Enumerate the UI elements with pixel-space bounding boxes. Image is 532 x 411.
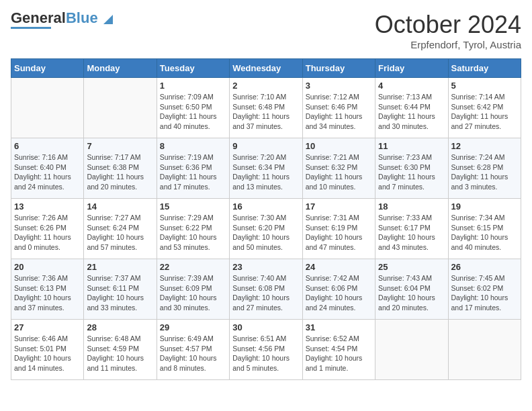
day-info: Sunrise: 7:37 AM Sunset: 6:11 PM Dayligh… <box>87 273 153 313</box>
calendar-cell: 15Sunrise: 7:29 AM Sunset: 6:22 PM Dayli… <box>157 199 229 259</box>
calendar-cell: 5Sunrise: 7:14 AM Sunset: 6:42 PM Daylig… <box>448 78 521 138</box>
calendar-cell: 30Sunrise: 6:51 AM Sunset: 4:56 PM Dayli… <box>230 320 302 380</box>
day-info: Sunrise: 7:40 AM Sunset: 6:08 PM Dayligh… <box>232 273 299 313</box>
day-info: Sunrise: 6:46 AM Sunset: 5:01 PM Dayligh… <box>14 334 81 373</box>
weekday-header: Friday <box>375 59 448 78</box>
day-info: Sunrise: 7:27 AM Sunset: 6:24 PM Dayligh… <box>87 213 153 253</box>
calendar-cell: 3Sunrise: 7:12 AM Sunset: 6:46 PM Daylig… <box>302 78 375 138</box>
calendar-cell: 19Sunrise: 7:34 AM Sunset: 6:15 PM Dayli… <box>448 199 521 259</box>
title-block: October 2024 Erpfendorf, Tyrol, Austria <box>375 11 521 50</box>
calendar-cell: 1Sunrise: 7:09 AM Sunset: 6:50 PM Daylig… <box>157 78 229 138</box>
day-info: Sunrise: 6:52 AM Sunset: 4:54 PM Dayligh… <box>306 334 372 373</box>
day-number: 28 <box>87 322 153 332</box>
day-number: 13 <box>14 201 81 212</box>
day-info: Sunrise: 7:30 AM Sunset: 6:20 PM Dayligh… <box>232 213 299 253</box>
day-info: Sunrise: 7:13 AM Sunset: 6:44 PM Dayligh… <box>378 92 445 132</box>
day-number: 18 <box>378 201 445 212</box>
day-number: 3 <box>306 81 372 91</box>
calendar-cell: 13Sunrise: 7:26 AM Sunset: 6:26 PM Dayli… <box>11 199 84 259</box>
calendar-cell <box>11 78 84 138</box>
day-number: 6 <box>14 141 81 151</box>
day-number: 17 <box>306 201 372 212</box>
logo-text: GeneralBlue <box>11 11 98 26</box>
calendar-cell: 6Sunrise: 7:16 AM Sunset: 6:40 PM Daylig… <box>11 138 84 199</box>
calendar-cell: 26Sunrise: 7:45 AM Sunset: 6:02 PM Dayli… <box>448 259 521 320</box>
calendar-body: 1Sunrise: 7:09 AM Sunset: 6:50 PM Daylig… <box>11 78 521 380</box>
day-info: Sunrise: 7:23 AM Sunset: 6:30 PM Dayligh… <box>378 152 445 192</box>
day-info: Sunrise: 7:16 AM Sunset: 6:40 PM Dayligh… <box>14 152 81 192</box>
calendar-week-row: 27Sunrise: 6:46 AM Sunset: 5:01 PM Dayli… <box>11 320 521 380</box>
calendar-cell: 18Sunrise: 7:33 AM Sunset: 6:17 PM Dayli… <box>375 199 448 259</box>
calendar-week-row: 1Sunrise: 7:09 AM Sunset: 6:50 PM Daylig… <box>11 78 521 138</box>
calendar-cell: 9Sunrise: 7:20 AM Sunset: 6:34 PM Daylig… <box>230 138 302 199</box>
day-info: Sunrise: 7:24 AM Sunset: 6:28 PM Dayligh… <box>451 152 518 192</box>
page-header: GeneralBlue October 2024 Erpfendorf, Tyr… <box>11 11 521 50</box>
day-info: Sunrise: 7:42 AM Sunset: 6:06 PM Dayligh… <box>306 273 372 313</box>
calendar-cell: 23Sunrise: 7:40 AM Sunset: 6:08 PM Dayli… <box>230 259 302 320</box>
calendar-table: SundayMondayTuesdayWednesdayThursdayFrid… <box>11 58 521 380</box>
day-number: 25 <box>378 262 445 272</box>
calendar-cell: 24Sunrise: 7:42 AM Sunset: 6:06 PM Dayli… <box>302 259 375 320</box>
day-number: 15 <box>160 201 226 212</box>
weekday-header: Wednesday <box>230 59 302 78</box>
logo-underline <box>11 27 51 29</box>
day-info: Sunrise: 7:34 AM Sunset: 6:15 PM Dayligh… <box>451 213 518 253</box>
calendar-cell: 22Sunrise: 7:39 AM Sunset: 6:09 PM Dayli… <box>157 259 229 320</box>
day-number: 23 <box>232 262 299 272</box>
weekday-row: SundayMondayTuesdayWednesdayThursdayFrid… <box>11 59 521 78</box>
day-info: Sunrise: 6:49 AM Sunset: 4:57 PM Dayligh… <box>160 334 226 373</box>
logo: GeneralBlue <box>11 11 113 29</box>
day-info: Sunrise: 7:36 AM Sunset: 6:13 PM Dayligh… <box>14 273 81 313</box>
day-info: Sunrise: 7:26 AM Sunset: 6:26 PM Dayligh… <box>14 213 81 253</box>
calendar-cell: 16Sunrise: 7:30 AM Sunset: 6:20 PM Dayli… <box>230 199 302 259</box>
calendar-cell: 27Sunrise: 6:46 AM Sunset: 5:01 PM Dayli… <box>11 320 84 380</box>
day-info: Sunrise: 7:39 AM Sunset: 6:09 PM Dayligh… <box>160 273 226 313</box>
day-number: 21 <box>87 262 153 272</box>
calendar-cell: 31Sunrise: 6:52 AM Sunset: 4:54 PM Dayli… <box>302 320 375 380</box>
calendar-cell: 21Sunrise: 7:37 AM Sunset: 6:11 PM Dayli… <box>84 259 157 320</box>
day-number: 29 <box>160 322 226 332</box>
weekday-header: Saturday <box>448 59 521 78</box>
logo-icon <box>99 12 113 26</box>
day-info: Sunrise: 7:12 AM Sunset: 6:46 PM Dayligh… <box>306 92 372 132</box>
day-number: 9 <box>232 141 299 151</box>
svg-marker-0 <box>103 15 113 24</box>
day-number: 5 <box>451 81 518 91</box>
calendar-cell: 4Sunrise: 7:13 AM Sunset: 6:44 PM Daylig… <box>375 78 448 138</box>
calendar-cell <box>84 78 157 138</box>
weekday-header: Thursday <box>302 59 375 78</box>
calendar-cell: 10Sunrise: 7:21 AM Sunset: 6:32 PM Dayli… <box>302 138 375 199</box>
day-number: 1 <box>160 81 226 91</box>
calendar-cell: 20Sunrise: 7:36 AM Sunset: 6:13 PM Dayli… <box>11 259 84 320</box>
month-title: October 2024 <box>375 11 521 39</box>
day-info: Sunrise: 7:31 AM Sunset: 6:19 PM Dayligh… <box>306 213 372 253</box>
calendar-cell: 7Sunrise: 7:17 AM Sunset: 6:38 PM Daylig… <box>84 138 157 199</box>
calendar-cell: 2Sunrise: 7:10 AM Sunset: 6:48 PM Daylig… <box>230 78 302 138</box>
day-number: 7 <box>87 141 153 151</box>
day-number: 31 <box>306 322 372 332</box>
calendar-week-row: 20Sunrise: 7:36 AM Sunset: 6:13 PM Dayli… <box>11 259 521 320</box>
day-number: 19 <box>451 201 518 212</box>
day-number: 24 <box>306 262 372 272</box>
day-number: 20 <box>14 262 81 272</box>
day-info: Sunrise: 6:51 AM Sunset: 4:56 PM Dayligh… <box>232 334 299 373</box>
day-info: Sunrise: 7:33 AM Sunset: 6:17 PM Dayligh… <box>378 213 445 253</box>
calendar-cell: 29Sunrise: 6:49 AM Sunset: 4:57 PM Dayli… <box>157 320 229 380</box>
day-info: Sunrise: 7:20 AM Sunset: 6:34 PM Dayligh… <box>232 152 299 192</box>
day-number: 26 <box>451 262 518 272</box>
weekday-header: Monday <box>84 59 157 78</box>
location: Erpfendorf, Tyrol, Austria <box>375 39 521 50</box>
calendar-cell: 14Sunrise: 7:27 AM Sunset: 6:24 PM Dayli… <box>84 199 157 259</box>
calendar-cell <box>375 320 448 380</box>
weekday-header: Tuesday <box>157 59 229 78</box>
day-info: Sunrise: 7:17 AM Sunset: 6:38 PM Dayligh… <box>87 152 153 192</box>
day-number: 4 <box>378 81 445 91</box>
calendar-cell: 17Sunrise: 7:31 AM Sunset: 6:19 PM Dayli… <box>302 199 375 259</box>
day-info: Sunrise: 7:09 AM Sunset: 6:50 PM Dayligh… <box>160 92 226 132</box>
calendar-cell: 28Sunrise: 6:48 AM Sunset: 4:59 PM Dayli… <box>84 320 157 380</box>
day-number: 16 <box>232 201 299 212</box>
day-info: Sunrise: 7:29 AM Sunset: 6:22 PM Dayligh… <box>160 213 226 253</box>
day-number: 12 <box>451 141 518 151</box>
calendar-cell: 8Sunrise: 7:19 AM Sunset: 6:36 PM Daylig… <box>157 138 229 199</box>
day-info: Sunrise: 7:45 AM Sunset: 6:02 PM Dayligh… <box>451 273 518 313</box>
